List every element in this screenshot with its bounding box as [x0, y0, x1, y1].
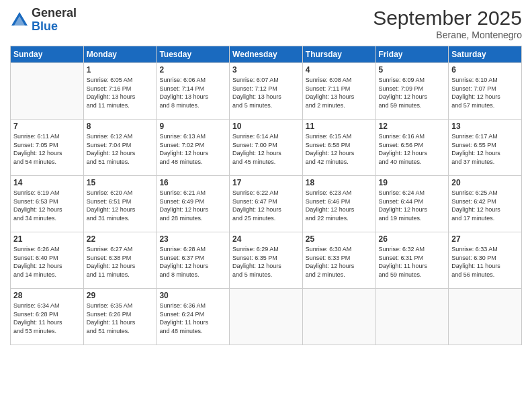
title-block: September 2025 Berane, Montenegro: [373, 7, 522, 40]
day-number: 14: [13, 178, 81, 187]
day-number: 13: [451, 122, 519, 131]
day-info: Sunrise: 6:21 AM Sunset: 6:49 PM Dayligh…: [159, 189, 226, 222]
day-info: Sunrise: 6:32 AM Sunset: 6:31 PM Dayligh…: [379, 245, 446, 279]
day-info: Sunrise: 6:07 AM Sunset: 7:12 PM Dayligh…: [232, 76, 300, 109]
day-number: 26: [379, 234, 446, 244]
day-info: Sunrise: 6:06 AM Sunset: 7:14 PM Dayligh…: [159, 76, 226, 109]
day-info: Sunrise: 6:22 AM Sunset: 6:47 PM Dayligh…: [232, 189, 300, 222]
day-number: 24: [232, 234, 300, 244]
weekday-header-thursday: Thursday: [302, 46, 375, 63]
weekday-header-monday: Monday: [83, 46, 157, 63]
day-info: Sunrise: 6:30 AM Sunset: 6:33 PM Dayligh…: [306, 245, 373, 279]
calendar-cell: 19Sunrise: 6:24 AM Sunset: 6:44 PM Dayli…: [375, 176, 449, 232]
calendar-cell: 16Sunrise: 6:21 AM Sunset: 6:49 PM Dayli…: [157, 176, 230, 232]
day-info: Sunrise: 6:35 AM Sunset: 6:26 PM Dayligh…: [87, 302, 154, 335]
logo-general: General: [32, 7, 77, 20]
day-number: 16: [159, 178, 226, 187]
calendar-cell: 5Sunrise: 6:09 AM Sunset: 7:09 PM Daylig…: [375, 63, 449, 120]
weekday-header-wednesday: Wednesday: [230, 46, 303, 63]
week-row-1: 1Sunrise: 6:05 AM Sunset: 7:16 PM Daylig…: [11, 63, 522, 120]
calendar-cell: 6Sunrise: 6:10 AM Sunset: 7:07 PM Daylig…: [449, 63, 522, 120]
calendar-cell: 25Sunrise: 6:30 AM Sunset: 6:33 PM Dayli…: [302, 232, 375, 289]
calendar-cell: [302, 289, 375, 345]
day-number: 23: [159, 234, 226, 244]
day-number: 28: [13, 291, 81, 300]
calendar-cell: 21Sunrise: 6:26 AM Sunset: 6:40 PM Dayli…: [11, 232, 84, 289]
day-info: Sunrise: 6:20 AM Sunset: 6:51 PM Dayligh…: [87, 189, 154, 222]
day-info: Sunrise: 6:33 AM Sunset: 6:30 PM Dayligh…: [451, 245, 519, 279]
calendar-cell: 2Sunrise: 6:06 AM Sunset: 7:14 PM Daylig…: [157, 63, 230, 120]
calendar-cell: [11, 63, 84, 120]
day-info: Sunrise: 6:34 AM Sunset: 6:28 PM Dayligh…: [13, 302, 81, 335]
day-info: Sunrise: 6:13 AM Sunset: 7:02 PM Dayligh…: [159, 132, 226, 166]
week-row-2: 7Sunrise: 6:11 AM Sunset: 7:05 PM Daylig…: [11, 120, 522, 176]
logo: General Blue: [10, 7, 77, 34]
day-number: 15: [87, 178, 154, 187]
day-number: 30: [159, 291, 226, 300]
calendar-cell: [449, 289, 522, 345]
day-number: 5: [379, 65, 446, 75]
day-number: 20: [451, 178, 519, 187]
weekday-header-sunday: Sunday: [11, 46, 84, 63]
day-info: Sunrise: 6:27 AM Sunset: 6:38 PM Dayligh…: [87, 245, 154, 279]
calendar-cell: 10Sunrise: 6:14 AM Sunset: 7:00 PM Dayli…: [230, 120, 303, 176]
week-row-5: 28Sunrise: 6:34 AM Sunset: 6:28 PM Dayli…: [11, 289, 522, 345]
day-info: Sunrise: 6:14 AM Sunset: 7:00 PM Dayligh…: [232, 132, 300, 166]
day-number: 1: [87, 65, 154, 75]
calendar-cell: 30Sunrise: 6:36 AM Sunset: 6:24 PM Dayli…: [157, 289, 230, 345]
calendar-cell: 17Sunrise: 6:22 AM Sunset: 6:47 PM Dayli…: [230, 176, 303, 232]
day-number: 10: [232, 122, 300, 131]
week-row-3: 14Sunrise: 6:19 AM Sunset: 6:53 PM Dayli…: [11, 176, 522, 232]
day-number: 18: [306, 178, 373, 187]
day-info: Sunrise: 6:11 AM Sunset: 7:05 PM Dayligh…: [13, 132, 81, 166]
week-row-4: 21Sunrise: 6:26 AM Sunset: 6:40 PM Dayli…: [11, 232, 522, 289]
calendar-cell: 13Sunrise: 6:17 AM Sunset: 6:55 PM Dayli…: [449, 120, 522, 176]
day-info: Sunrise: 6:28 AM Sunset: 6:37 PM Dayligh…: [159, 245, 226, 279]
calendar-cell: 26Sunrise: 6:32 AM Sunset: 6:31 PM Dayli…: [375, 232, 449, 289]
day-number: 21: [13, 234, 81, 244]
day-info: Sunrise: 6:15 AM Sunset: 6:58 PM Dayligh…: [306, 132, 373, 166]
day-info: Sunrise: 6:23 AM Sunset: 6:46 PM Dayligh…: [306, 189, 373, 222]
calendar-cell: 23Sunrise: 6:28 AM Sunset: 6:37 PM Dayli…: [157, 232, 230, 289]
day-number: 3: [232, 65, 300, 75]
weekday-row: SundayMondayTuesdayWednesdayThursdayFrid…: [11, 46, 522, 63]
day-number: 29: [87, 291, 154, 300]
calendar-cell: 9Sunrise: 6:13 AM Sunset: 7:02 PM Daylig…: [157, 120, 230, 176]
day-number: 2: [159, 65, 226, 75]
calendar-body: 1Sunrise: 6:05 AM Sunset: 7:16 PM Daylig…: [11, 63, 522, 345]
title-location: Berane, Montenegro: [373, 30, 522, 40]
logo-blue: Blue: [32, 20, 77, 34]
calendar-cell: 20Sunrise: 6:25 AM Sunset: 6:42 PM Dayli…: [449, 176, 522, 232]
day-info: Sunrise: 6:16 AM Sunset: 6:56 PM Dayligh…: [379, 132, 446, 166]
day-info: Sunrise: 6:12 AM Sunset: 7:04 PM Dayligh…: [87, 132, 154, 166]
calendar-cell: 3Sunrise: 6:07 AM Sunset: 7:12 PM Daylig…: [230, 63, 303, 120]
day-number: 22: [87, 234, 154, 244]
calendar-cell: 22Sunrise: 6:27 AM Sunset: 6:38 PM Dayli…: [83, 232, 157, 289]
day-number: 6: [451, 65, 519, 75]
calendar-cell: 15Sunrise: 6:20 AM Sunset: 6:51 PM Dayli…: [83, 176, 157, 232]
calendar-table: SundayMondayTuesdayWednesdayThursdayFrid…: [10, 46, 522, 345]
day-number: 12: [379, 122, 446, 131]
day-info: Sunrise: 6:26 AM Sunset: 6:40 PM Dayligh…: [13, 245, 81, 279]
day-info: Sunrise: 6:19 AM Sunset: 6:53 PM Dayligh…: [13, 189, 81, 222]
calendar-cell: [230, 289, 303, 345]
day-number: 8: [87, 122, 154, 131]
calendar-cell: 27Sunrise: 6:33 AM Sunset: 6:30 PM Dayli…: [449, 232, 522, 289]
weekday-header-saturday: Saturday: [449, 46, 522, 63]
calendar-cell: 12Sunrise: 6:16 AM Sunset: 6:56 PM Dayli…: [375, 120, 449, 176]
header: General Blue September 2025 Berane, Mont…: [10, 7, 522, 40]
calendar-header: SundayMondayTuesdayWednesdayThursdayFrid…: [11, 46, 522, 63]
logo-icon: [10, 11, 29, 30]
day-number: 19: [379, 178, 446, 187]
weekday-header-tuesday: Tuesday: [157, 46, 230, 63]
calendar-cell: 18Sunrise: 6:23 AM Sunset: 6:46 PM Dayli…: [302, 176, 375, 232]
day-number: 27: [451, 234, 519, 244]
title-month: September 2025: [373, 7, 522, 30]
calendar-cell: 4Sunrise: 6:08 AM Sunset: 7:11 PM Daylig…: [302, 63, 375, 120]
day-info: Sunrise: 6:05 AM Sunset: 7:16 PM Dayligh…: [87, 76, 154, 109]
page: General Blue September 2025 Berane, Mont…: [0, 0, 532, 411]
day-info: Sunrise: 6:29 AM Sunset: 6:35 PM Dayligh…: [232, 245, 300, 279]
calendar-cell: [375, 289, 449, 345]
day-info: Sunrise: 6:10 AM Sunset: 7:07 PM Dayligh…: [451, 76, 519, 109]
day-number: 4: [306, 65, 373, 75]
